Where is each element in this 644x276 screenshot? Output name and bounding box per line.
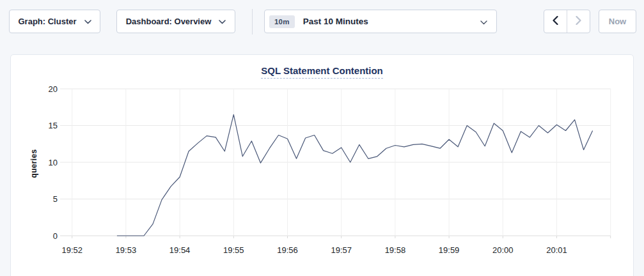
y-axis-label: queries <box>29 150 38 178</box>
x-tick-label: 19:54 <box>169 245 191 255</box>
y-tick-label: 15 <box>49 121 58 130</box>
toolbar-divider <box>252 9 253 34</box>
chart-title-row: SQL Statement Contention <box>11 65 633 79</box>
time-window-label: Past 10 Minutes <box>303 17 368 26</box>
time-step-button-group <box>544 10 590 33</box>
x-tick-label: 19:53 <box>116 245 137 255</box>
step-forward-button[interactable] <box>567 10 590 33</box>
x-tick-label: 20:01 <box>546 245 567 255</box>
series-line <box>117 114 593 236</box>
chart-title[interactable]: SQL Statement Contention <box>261 65 383 79</box>
chevron-right-icon <box>576 16 581 27</box>
graph-dropdown[interactable]: Graph: Cluster <box>9 10 100 33</box>
x-tick-label: 19:57 <box>331 245 352 255</box>
x-tick-label: 19:56 <box>277 245 298 255</box>
chevron-down-icon <box>480 16 487 27</box>
chevron-down-icon <box>84 17 91 26</box>
chevron-left-icon <box>553 16 558 27</box>
step-back-button[interactable] <box>544 10 567 33</box>
toolbar: Graph: Cluster Dashboard: Overview 10m P… <box>9 10 636 33</box>
x-tick-label: 19:59 <box>439 245 460 255</box>
y-tick-label: 20 <box>49 84 58 94</box>
x-tick-label: 20:00 <box>492 245 514 255</box>
dashboard-dropdown-label: Dashboard: Overview <box>126 17 212 26</box>
y-tick-label: 10 <box>49 158 58 167</box>
chart-panel: SQL Statement Contention 0510152019:5219… <box>10 54 634 276</box>
chevron-down-icon <box>219 17 226 26</box>
time-range-selector[interactable]: 10m Past 10 Minutes <box>264 10 497 33</box>
x-tick-label: 19:52 <box>61 245 82 255</box>
graph-dropdown-label: Graph: Cluster <box>18 17 76 26</box>
y-tick-label: 5 <box>53 194 58 204</box>
x-tick-label: 19:55 <box>223 245 244 255</box>
x-tick-label: 19:58 <box>385 245 406 255</box>
time-window-badge: 10m <box>269 15 295 28</box>
dashboard-dropdown[interactable]: Dashboard: Overview <box>116 10 235 33</box>
y-tick-label: 0 <box>53 231 58 241</box>
contention-chart[interactable]: 0510152019:5219:5319:5419:5519:5619:5719… <box>11 55 634 276</box>
now-button[interactable]: Now <box>599 10 636 33</box>
